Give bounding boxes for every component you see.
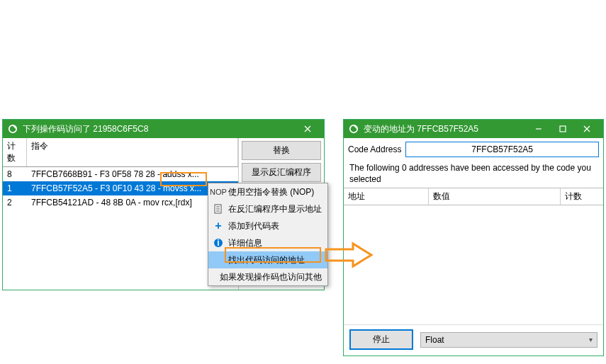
value-type-selected: Float bbox=[425, 335, 444, 345]
menu-item-label: 如果发现操作码也访问其他 bbox=[220, 271, 322, 283]
nop-icon: NOP bbox=[211, 186, 225, 198]
titlebar[interactable]: 下列操作码访问了 21958C6F5C8 bbox=[3, 120, 324, 138]
titlebar[interactable]: 变动的地址为 7FFCB57F52A5 bbox=[344, 120, 603, 138]
opcode-list-header: 计数 指令 bbox=[3, 138, 238, 167]
opcode-text: 7FFCB7668B91 - F3 0F58 78 28 - addss x..… bbox=[27, 169, 238, 180]
menu-item-label: 在反汇编程序中显示地址 bbox=[228, 203, 322, 215]
svg-point-0 bbox=[9, 125, 17, 133]
window-title: 变动的地址为 7FFCB57F52A5 bbox=[364, 123, 527, 135]
menu-item-replace-nop[interactable]: NOP 使用空指令替换 (NOP) bbox=[208, 183, 327, 200]
col-header-value[interactable]: 数值 bbox=[429, 188, 561, 205]
svg-rect-5 bbox=[560, 126, 566, 132]
blank-icon bbox=[211, 271, 217, 283]
opcode-row[interactable]: 8 7FFCB7668B91 - F3 0F58 78 28 - addss x… bbox=[3, 167, 238, 181]
close-button[interactable] bbox=[575, 120, 599, 138]
opcode-row[interactable]: 1 7FFCB57F52A5 - F3 0F10 43 28 - movss x… bbox=[3, 181, 238, 195]
opcode-count: 2 bbox=[3, 197, 27, 208]
opcode-text: 7FFCB54121AD - 48 8B 0A - mov rcx,[rdx] bbox=[27, 197, 238, 208]
document-icon bbox=[211, 203, 225, 215]
changed-addresses-window: 变动的地址为 7FFCB57F52A5 Code Address The fol… bbox=[343, 119, 604, 356]
show-disassembler-button[interactable]: 显示反汇编程序 bbox=[242, 163, 321, 182]
value-type-select[interactable]: Float ▾ bbox=[420, 332, 597, 348]
blank-icon bbox=[211, 254, 225, 266]
menu-item-check-other-access[interactable]: 如果发现操作码也访问其他 bbox=[208, 268, 327, 285]
info-icon: i bbox=[211, 237, 225, 249]
opcode-count: 1 bbox=[3, 183, 27, 194]
menu-item-label: 详细信息 bbox=[228, 237, 322, 249]
opcode-list: 计数 指令 8 7FFCB7668B91 - F3 0F58 78 28 - a… bbox=[3, 138, 239, 290]
opcode-text: 7FFCB57F52A5 - F3 0F10 43 28 - movss x..… bbox=[27, 183, 238, 194]
annotation-arrow bbox=[325, 241, 374, 271]
window-title: 下列操作码访问了 21958C6F5C8 bbox=[23, 123, 296, 135]
opcode-row[interactable]: 2 7FFCB54121AD - 48 8B 0A - mov rcx,[rdx… bbox=[3, 195, 238, 210]
close-button[interactable] bbox=[296, 120, 320, 138]
menu-item-label: 找出代码访问的地址 bbox=[228, 254, 322, 266]
address-grid-header: 地址 数值 计数 bbox=[344, 188, 603, 205]
menu-item-more-info[interactable]: i 详细信息 bbox=[208, 234, 327, 251]
code-address-label: Code Address bbox=[348, 144, 401, 154]
col-header-count[interactable]: 计数 bbox=[561, 188, 603, 205]
chevron-down-icon: ▾ bbox=[589, 336, 593, 343]
svg-text:i: i bbox=[217, 238, 219, 248]
footer: 停止 Float ▾ bbox=[344, 324, 603, 356]
code-address-row: Code Address bbox=[344, 138, 603, 161]
context-menu: NOP 使用空指令替换 (NOP) 在反汇编程序中显示地址 + 添加到代码表 i… bbox=[208, 183, 328, 286]
status-message: The following 0 addresses have been acce… bbox=[344, 161, 603, 188]
menu-item-label: 添加到代码表 bbox=[228, 220, 322, 232]
address-grid-body[interactable] bbox=[344, 205, 603, 324]
col-header-instruction[interactable]: 指令 bbox=[27, 138, 238, 166]
replace-button[interactable]: 替换 bbox=[242, 141, 321, 160]
menu-item-find-addresses[interactable]: 找出代码访问的地址 bbox=[208, 251, 327, 268]
col-header-address[interactable]: 地址 bbox=[344, 188, 429, 205]
plus-icon: + bbox=[211, 220, 225, 232]
app-icon bbox=[348, 123, 359, 135]
title-buttons bbox=[527, 120, 599, 138]
maximize-button[interactable] bbox=[551, 120, 575, 138]
minimize-button[interactable] bbox=[527, 120, 551, 138]
app-icon bbox=[7, 123, 18, 135]
svg-point-4 bbox=[350, 125, 358, 133]
menu-item-label: 使用空指令替换 (NOP) bbox=[228, 186, 322, 198]
title-buttons bbox=[296, 120, 320, 138]
col-header-count[interactable]: 计数 bbox=[3, 138, 27, 166]
code-address-input[interactable] bbox=[405, 142, 599, 157]
menu-item-show-in-disassembler[interactable]: 在反汇编程序中显示地址 bbox=[208, 200, 327, 217]
menu-item-add-to-codelist[interactable]: + 添加到代码表 bbox=[208, 217, 327, 234]
opcode-count: 8 bbox=[3, 169, 27, 180]
stop-button[interactable]: 停止 bbox=[349, 329, 413, 350]
